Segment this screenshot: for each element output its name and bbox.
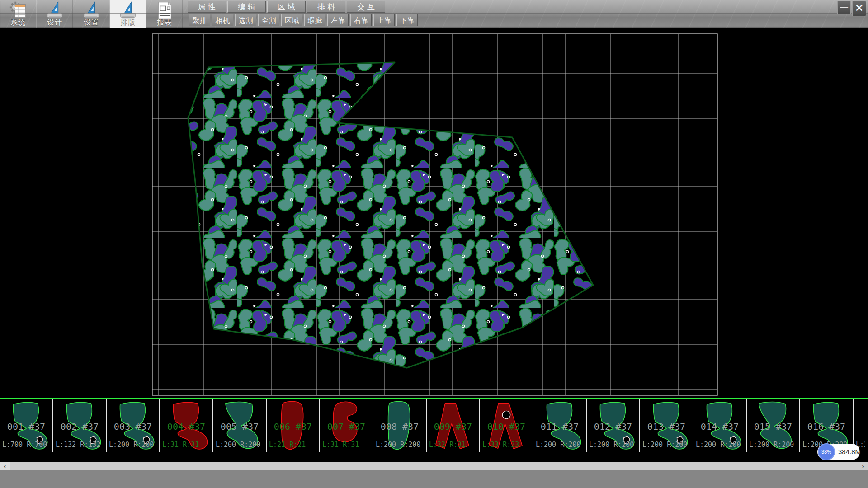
toolbar-item-design[interactable]: 设计	[37, 0, 73, 28]
piece-count: L:132 R:132	[56, 441, 100, 449]
menu-tab-bar: 属性 编辑 区域 排料 交互	[188, 1, 385, 13]
piece-name: 003_#37	[107, 421, 159, 432]
nesting-icon	[118, 0, 138, 20]
piece-name: 008_#37	[373, 421, 426, 432]
thumbnail-cell[interactable]: 003_#37L:200 R:200	[107, 399, 160, 452]
toolbar-item-nesting[interactable]: 排版	[110, 0, 146, 28]
thumbnail-cell[interactable]: 010_#37L:33 R:33	[480, 399, 533, 452]
toolbar-item-system[interactable]: 系统	[0, 0, 37, 28]
window-controls: — ✕	[837, 1, 866, 16]
button-select-cut[interactable]: 选割	[235, 14, 256, 26]
settings-icon	[81, 0, 101, 20]
piece-count: L:200 R:200	[536, 441, 580, 449]
toolbar-item-label: 系统	[0, 18, 36, 28]
tab-properties[interactable]: 属性	[188, 1, 226, 13]
tab-interaction[interactable]: 交互	[347, 1, 385, 13]
button-camera[interactable]: 相机	[212, 14, 233, 26]
nesting-app-window: 系统 设计 设置	[0, 0, 868, 488]
toolbar-item-report[interactable]: 报表	[146, 0, 183, 28]
progress-size: 384.8M	[838, 444, 861, 460]
piece-name: 012_#37	[587, 421, 639, 432]
button-align-bottom[interactable]: 下靠	[396, 14, 418, 26]
status-bar	[0, 470, 868, 488]
thumbnail-cell[interactable]: 011_#37L:200 R:200	[533, 399, 587, 452]
piece-name: 001_#37	[0, 421, 52, 432]
toolbar-item-settings[interactable]: 设置	[73, 0, 110, 28]
piece-name: 004_#37	[160, 421, 212, 432]
thumbnail-cell[interactable]: 012_#37L:200 R:200	[587, 399, 640, 452]
thumbnail-cell[interactable]: 008_#37L:200 R:200	[373, 399, 427, 452]
piece-thumbnail-strip: 001_#37L:700 R:700002_#37L:132 R:132003_…	[0, 399, 868, 462]
canvas-drawing: .pc-t{fill:var(--piece-teal);stroke:var(…	[0, 28, 868, 398]
piece-count: L:32 R:31	[429, 441, 466, 449]
piece-count: L:200 R:200	[589, 441, 634, 449]
piece-name: 016_#37	[800, 421, 853, 432]
scroll-left-arrow[interactable]: ‹	[0, 462, 10, 470]
nesting-canvas[interactable]: .pc-t{fill:var(--piece-teal);stroke:var(…	[0, 28, 868, 398]
tab-nesting[interactable]: 排料	[307, 1, 345, 13]
piece-name: 010_#37	[480, 421, 533, 432]
piece-name: 009_#37	[427, 421, 479, 432]
piece-name: 015_#37	[747, 421, 799, 432]
scroll-right-arrow[interactable]: ›	[858, 462, 868, 470]
horizontal-scrollbar[interactable]: ‹ ›	[0, 462, 868, 470]
button-defect[interactable]: 瑕疵	[304, 14, 326, 26]
thumbnail-cell[interactable]: 002_#37L:132 R:132	[53, 399, 107, 452]
piece-name: 014_#37	[693, 421, 746, 432]
piece-count: L:33 R:33	[482, 441, 519, 449]
button-cluster-nest[interactable]: 聚排	[189, 14, 210, 26]
piece-count: L:200 R:200	[109, 441, 154, 449]
minimize-button[interactable]: —	[837, 1, 851, 14]
button-align-right[interactable]: 右靠	[350, 14, 372, 26]
button-cut-all[interactable]: 全割	[258, 14, 279, 26]
progress-percent: 38%	[818, 443, 835, 460]
thumbnail-cell[interactable]: 015_#37L:200 R:200	[747, 399, 800, 452]
toolbar-item-label: 设置	[73, 18, 109, 28]
toolbar-divider	[0, 13, 868, 14]
piece-name: 005_#37	[213, 421, 266, 432]
thumbnail-cell[interactable]: 007_#37L:31 R:31	[320, 399, 373, 452]
piece-count: L:700 R:700	[2, 441, 47, 449]
main-icon-toolbar: 系统 设计 设置	[0, 0, 183, 28]
piece-count: L:21 R:21	[269, 441, 306, 449]
thumbnail-cell[interactable]: 004_#37L:31 R:31	[160, 399, 213, 452]
piece-name: 002_#37	[53, 421, 106, 432]
piece-count: L:200 R:200	[642, 441, 687, 449]
thumbnail-cell[interactable]: 005_#37L:200 R:200	[213, 399, 267, 452]
piece-name: 006_#37	[267, 421, 319, 432]
tab-edit[interactable]: 编辑	[227, 1, 266, 13]
button-align-top[interactable]: 上靠	[373, 14, 395, 26]
design-icon	[45, 0, 65, 20]
piece-name: 007_#37	[320, 421, 373, 432]
piece-name: 013_#37	[640, 421, 693, 432]
toolbar: 系统 设计 设置	[0, 0, 868, 28]
piece-count: L:31 R:31	[322, 441, 359, 449]
toolbar-item-label: 排版	[110, 18, 146, 28]
thumbnail-cell[interactable]: 006_#37L:21 R:21	[267, 399, 320, 452]
piece-count: L:200 R:200	[216, 441, 260, 449]
thumbnail-cell[interactable]: 001_#37L:700 R:700	[0, 399, 53, 452]
close-button[interactable]: ✕	[852, 1, 866, 16]
piece-count: L:200 R:200	[749, 441, 794, 449]
button-region[interactable]: 区域	[281, 14, 302, 26]
tab-region[interactable]: 区域	[267, 1, 306, 13]
toolbar-item-label: 报表	[146, 18, 183, 28]
piece-count: L:200 R:200	[696, 441, 741, 449]
piece-count: L:200 R:200	[376, 441, 420, 449]
system-icon	[8, 0, 28, 20]
thumbnail-cell[interactable]: 013_#37L:200 R:200	[640, 399, 693, 452]
button-align-left[interactable]: 左靠	[327, 14, 349, 26]
piece-count: L:31 R:31	[162, 441, 199, 449]
piece-name: 011_#37	[533, 421, 586, 432]
report-icon	[155, 0, 175, 20]
thumbnail-cell[interactable]: 009_#37L:32 R:31	[427, 399, 480, 452]
tool-button-bar: 聚排 相机 选割 全割 区域 瑕疵 左靠 右靠 上靠 下靠	[189, 14, 418, 26]
download-progress-badge[interactable]: 38% 384.8M	[817, 444, 860, 460]
toolbar-item-label: 设计	[37, 18, 73, 28]
thumbnail-cell[interactable]: 014_#37L:200 R:200	[693, 399, 747, 452]
